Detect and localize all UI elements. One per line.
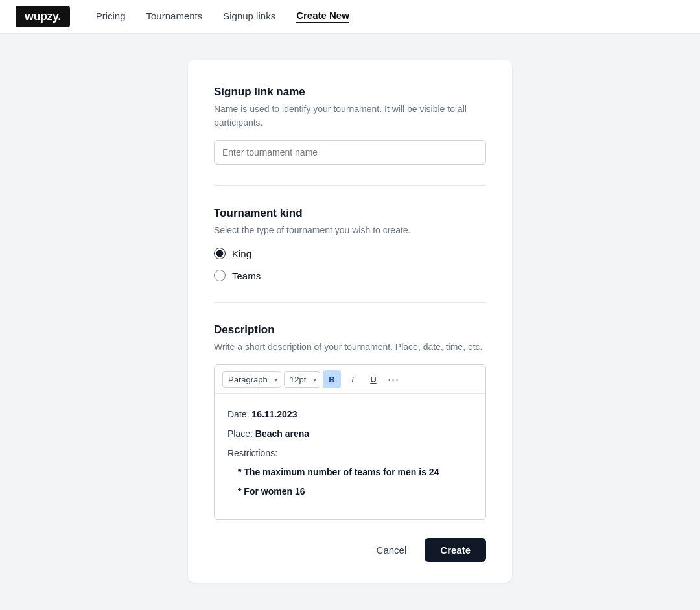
navbar: wupzy. Pricing Tournaments Signup links … xyxy=(0,0,700,34)
signup-link-section: Signup link name Name is used to identif… xyxy=(214,86,486,165)
tournament-kind-section: Tournament kind Select the type of tourn… xyxy=(214,207,486,281)
editor-container: Paragraph 12pt B I U ··· xyxy=(214,364,486,520)
description-section: Description Write a short description of… xyxy=(214,323,486,520)
radio-group: King Teams xyxy=(214,248,486,281)
paragraph-select-wrapper: Paragraph xyxy=(222,371,281,388)
main-content: Signup link name Name is used to identif… xyxy=(0,34,700,609)
form-card: Signup link name Name is used to identif… xyxy=(188,60,512,583)
divider-2 xyxy=(214,302,486,303)
description-desc: Write a short description of your tourna… xyxy=(214,340,486,354)
signup-link-title: Signup link name xyxy=(214,86,486,99)
radio-king[interactable] xyxy=(214,248,226,259)
bullet1-text: * The maximum number of teams for men is… xyxy=(238,467,439,477)
radio-teams-label: Teams xyxy=(232,270,261,281)
bold-button[interactable]: B xyxy=(323,370,341,388)
bullet1-line: * The maximum number of teams for men is… xyxy=(238,465,472,480)
create-button[interactable]: Create xyxy=(425,538,486,562)
signup-link-input[interactable]: Re Lions league xyxy=(214,140,486,165)
divider-1 xyxy=(214,185,486,186)
signup-link-desc: Name is used to identify your tournament… xyxy=(214,102,486,130)
more-button[interactable]: ··· xyxy=(385,371,402,388)
paragraph-select[interactable]: Paragraph xyxy=(222,371,281,388)
date-value: 16.11.2023 xyxy=(251,409,297,419)
nav-link-create-new[interactable]: Create New xyxy=(296,10,349,23)
restrictions-line: Restrictions: xyxy=(228,446,472,462)
editor-body[interactable]: Date: 16.11.2023 Place: Beach arena Rest… xyxy=(215,394,485,519)
nav-links: Pricing Tournaments Signup links Create … xyxy=(96,10,349,23)
radio-teams[interactable] xyxy=(214,270,226,281)
nav-link-signup-links[interactable]: Signup links xyxy=(223,10,275,23)
radio-king-label: King xyxy=(232,248,251,259)
radio-option-king[interactable]: King xyxy=(214,248,486,259)
fontsize-select[interactable]: 12pt xyxy=(284,371,320,388)
form-actions: Cancel Create xyxy=(214,538,486,562)
place-value: Beach arena xyxy=(255,428,309,439)
editor-toolbar: Paragraph 12pt B I U ··· xyxy=(215,365,485,394)
logo[interactable]: wupzy. xyxy=(16,6,70,27)
bullet2-line: * For women 16 xyxy=(238,484,472,500)
italic-button[interactable]: I xyxy=(344,370,362,388)
fontsize-select-wrapper: 12pt xyxy=(284,371,320,388)
cancel-button[interactable]: Cancel xyxy=(366,539,417,561)
date-line: Date: 16.11.2023 xyxy=(228,407,472,423)
nav-link-pricing[interactable]: Pricing xyxy=(96,10,126,23)
restrictions-label: Restrictions: xyxy=(228,448,277,458)
date-prefix: Date: xyxy=(228,409,251,419)
place-line: Place: Beach arena xyxy=(228,427,472,442)
nav-link-tournaments[interactable]: Tournaments xyxy=(146,10,203,23)
place-prefix: Place: xyxy=(228,428,255,439)
radio-option-teams[interactable]: Teams xyxy=(214,270,486,281)
description-title: Description xyxy=(214,323,486,336)
tournament-kind-title: Tournament kind xyxy=(214,207,486,220)
underline-button[interactable]: U xyxy=(364,370,382,388)
bullet2-text: * For women 16 xyxy=(238,486,305,497)
tournament-kind-desc: Select the type of tournament you wish t… xyxy=(214,224,486,237)
